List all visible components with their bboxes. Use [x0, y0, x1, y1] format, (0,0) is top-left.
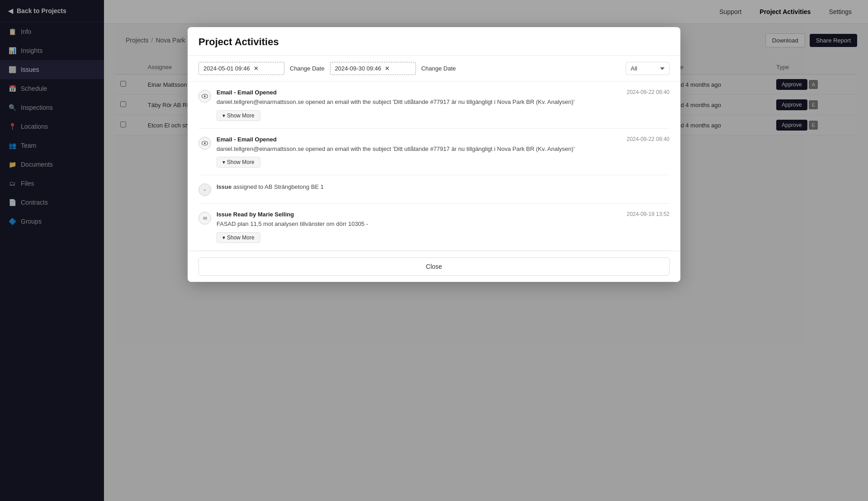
date-to-input[interactable]: 2024-09-30 09:46 ✕ — [330, 62, 416, 75]
issue-assigned-text: assigned to AB Strängbetong BE 1 — [233, 183, 324, 190]
activity-top: Email - Email Opened 2024-09-22 08:40 — [217, 136, 670, 143]
show-more-label: Show More — [227, 159, 255, 165]
modal-title: Project Activities — [198, 36, 670, 48]
show-more-button[interactable]: ▾ Show More — [217, 232, 260, 243]
activity-item: Email - Email Opened 2024-09-22 08:40 da… — [198, 82, 670, 129]
main-content: Support Project Activities Settings Proj… — [104, 0, 868, 501]
chevron-down-icon: ▾ — [222, 234, 225, 241]
activity-item: Email - Email Opened 2024-09-22 08:40 da… — [198, 129, 670, 176]
activity-content: Email - Email Opened 2024-09-22 08:40 da… — [217, 136, 670, 168]
activity-text: FASAD plan 11,5 mot analysen tillvänster… — [217, 220, 670, 229]
close-modal-button[interactable]: Close — [198, 258, 670, 276]
activity-date: 2024-09-19 13:52 — [627, 211, 670, 217]
activity-text: daniel.tellgren@einarmattsson.se opened … — [217, 145, 670, 154]
change-date-from-button[interactable]: Change Date — [290, 65, 325, 72]
activity-item: ● Issue assigned to AB Strängbetong BE 1 — [198, 175, 670, 204]
date-from-value: 2024-05-01 09:46 — [203, 65, 250, 72]
activity-type: Email - Email Opened — [217, 136, 277, 143]
activity-type: Email - Email Opened — [217, 89, 277, 96]
date-from-input[interactable]: 2024-05-01 09:46 ✕ — [198, 62, 284, 75]
show-more-label: Show More — [227, 234, 255, 241]
change-date-to-button[interactable]: Change Date — [421, 65, 456, 72]
issue-label: Issue — [217, 183, 231, 190]
activity-eye-icon — [198, 90, 211, 103]
activity-date: 2024-09-22 08:40 — [627, 89, 670, 95]
activity-filter-select[interactable]: All Email Issue Comment — [626, 62, 670, 75]
date-to-value: 2024-09-30 09:46 — [335, 65, 382, 72]
activity-mail-icon: ✉ — [198, 212, 211, 225]
svg-point-1 — [204, 95, 206, 97]
svg-point-3 — [204, 142, 206, 144]
activity-eye-icon — [198, 137, 211, 150]
activity-text: Issue assigned to AB Strängbetong BE 1 — [217, 183, 670, 192]
activity-content: Issue assigned to AB Strängbetong BE 1 — [217, 183, 670, 192]
activity-content: Email - Email Opened 2024-09-22 08:40 da… — [217, 89, 670, 121]
modal-header: Project Activities — [188, 27, 680, 56]
show-more-button[interactable]: ▾ Show More — [217, 110, 260, 121]
date-to-clear-button[interactable]: ✕ — [385, 65, 390, 72]
chevron-down-icon: ▾ — [222, 159, 225, 165]
modal-overlay: Project Activities 2024-05-01 09:46 ✕ Ch… — [104, 0, 868, 501]
modal-filters: 2024-05-01 09:46 ✕ Change Date 2024-09-3… — [188, 56, 680, 82]
activity-date: 2024-09-22 08:40 — [627, 136, 670, 142]
activity-content: Issue Read by Marie Selling 2024-09-19 1… — [217, 211, 670, 243]
chevron-down-icon: ▾ — [222, 112, 225, 119]
date-from-clear-button[interactable]: ✕ — [254, 65, 259, 72]
show-more-label: Show More — [227, 112, 255, 119]
project-activities-modal: Project Activities 2024-05-01 09:46 ✕ Ch… — [188, 27, 680, 282]
activity-top: Email - Email Opened 2024-09-22 08:40 — [217, 89, 670, 96]
modal-footer: Close — [188, 251, 680, 282]
activity-top: Issue Read by Marie Selling 2024-09-19 1… — [217, 211, 670, 218]
show-more-button[interactable]: ▾ Show More — [217, 157, 260, 168]
modal-body: Email - Email Opened 2024-09-22 08:40 da… — [188, 82, 680, 251]
activity-dot-icon: ● — [198, 183, 211, 196]
activity-item: ✉ Issue Read by Marie Selling 2024-09-19… — [198, 204, 670, 251]
activity-text: daniel.tellgren@einarmattsson.se opened … — [217, 98, 670, 107]
activity-type: Issue Read by Marie Selling — [217, 211, 294, 218]
